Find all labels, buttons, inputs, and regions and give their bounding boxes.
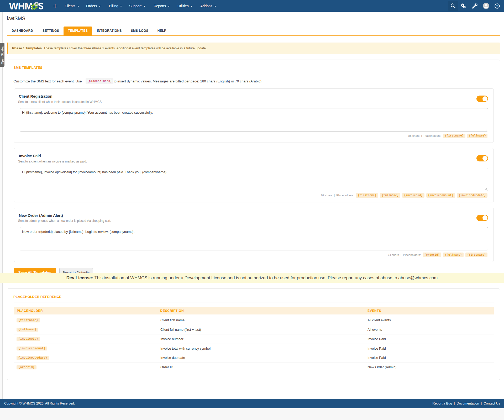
svg-text:?: ? — [496, 4, 498, 8]
